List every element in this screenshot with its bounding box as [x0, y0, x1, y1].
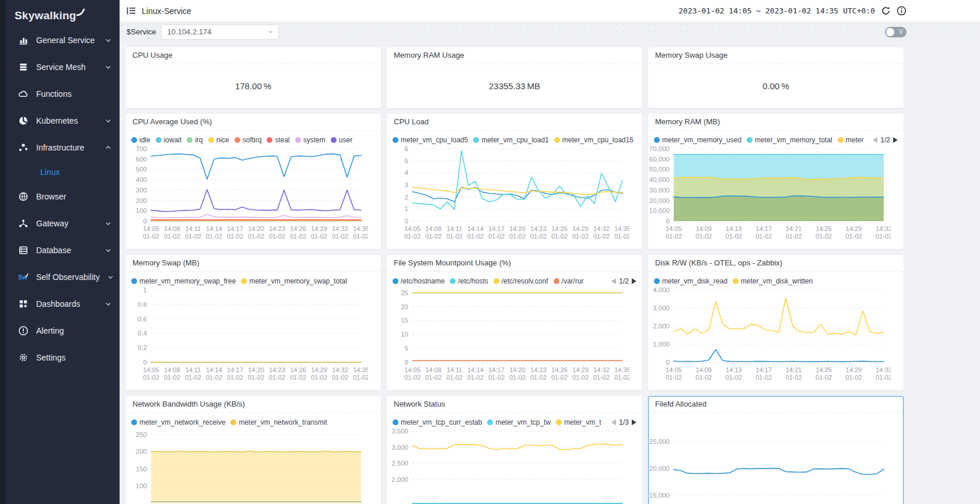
- legend-item-/etc/hostname[interactable]: /etc/hostname: [393, 277, 444, 285]
- svg-text:01-02: 01-02: [206, 374, 222, 381]
- svg-text:500: 500: [136, 166, 147, 173]
- pager-next-icon[interactable]: [893, 137, 898, 143]
- chart-filefd-allocated[interactable]: 15,00020,00025,00014:0501-0214:0901-0214…: [648, 413, 891, 504]
- chart-network-status[interactable]: 2,0002,5003,0003,50014:0501-0214:0801-02…: [387, 426, 629, 504]
- svg-text:0.6: 0.6: [138, 316, 147, 323]
- view-toggle[interactable]: V: [885, 27, 907, 37]
- legend-pager: 1/2: [873, 136, 898, 144]
- sidebar-item-service-mesh[interactable]: Service Mesh: [5, 54, 120, 80]
- svg-text:14:13: 14:13: [726, 225, 742, 232]
- svg-text:01-02: 01-02: [353, 374, 368, 381]
- legend-item-iowait[interactable]: iowait: [156, 136, 182, 144]
- sidebar-item-label: Browser: [36, 192, 66, 201]
- sidebar-item-label: Kubernetes: [36, 116, 78, 125]
- legend-item-nice[interactable]: nice: [208, 136, 229, 144]
- chevron-down-icon: [107, 274, 114, 280]
- legend-item-system[interactable]: system: [295, 136, 326, 144]
- svg-text:300: 300: [136, 187, 147, 194]
- chart-cpu-average-used[interactable]: 010020030040050060070014:0501-0214:0801-…: [125, 144, 368, 242]
- svg-text:14:14: 14:14: [206, 366, 222, 373]
- sidebar-item-general-service[interactable]: General Service: [5, 27, 120, 54]
- pager-prev-icon[interactable]: [611, 278, 616, 284]
- refresh-icon[interactable]: [881, 6, 891, 16]
- svg-text:250: 250: [136, 431, 147, 438]
- legend-item-meter_vm_cpu_load15[interactable]: meter_vm_cpu_load15: [554, 136, 634, 144]
- dashboard-body: CPU Usage178.00%Memory RAM Usage23355.33…: [120, 41, 980, 504]
- svg-text:14:20: 14:20: [509, 366, 526, 373]
- legend-item-meter_vm_network_receive[interactable]: meter_vm_network_receive: [131, 418, 225, 426]
- card-title: Filefd Allocated: [648, 396, 904, 413]
- legend-item-meter_vm_memory_swap_free[interactable]: meter_vm_memory_swap_free: [131, 277, 236, 285]
- service-label: $Service: [127, 27, 156, 36]
- info-icon[interactable]: [897, 6, 907, 16]
- legend-item-meter_vm_disk_written[interactable]: meter_vm_disk_written: [733, 277, 813, 285]
- pager-next-icon[interactable]: [632, 419, 636, 425]
- sidebar-item-browser[interactable]: Browser: [5, 183, 120, 210]
- legend-item-meter_vm_disk_read[interactable]: meter_vm_disk_read: [654, 277, 727, 285]
- legend-item-softirq[interactable]: softirq: [235, 136, 262, 144]
- card-title: CPU Usage: [125, 47, 381, 64]
- svg-text:2,500: 2,500: [391, 460, 408, 467]
- legend-dot: [131, 419, 137, 425]
- legend-item-irq[interactable]: irq: [187, 136, 202, 144]
- gateway-icon: [18, 218, 29, 229]
- legend-item-idle[interactable]: idle: [131, 136, 150, 144]
- svg-text:0.2: 0.2: [138, 344, 147, 351]
- legend-item-meter_vm_memory_used[interactable]: meter_vm_memory_used: [654, 136, 741, 144]
- legend-dot: [554, 278, 559, 284]
- chart-disk-rw[interactable]: 01,0002,0003,0004,00014:0501-0214:0901-0…: [648, 285, 891, 383]
- chart-filesystem-mountpoint-usage[interactable]: 051015202514:0501-0214:0801-0214:1101-02…: [387, 285, 629, 383]
- sidebar-item-kubernetes[interactable]: Kubernetes: [5, 107, 120, 134]
- service-select[interactable]: 10.104.2.174: [161, 24, 279, 40]
- sidebar-item-infrastructure[interactable]: Infrastructure: [5, 134, 120, 161]
- sidebar-item-self-observability[interactable]: SwSelf Observability: [5, 264, 120, 290]
- chart-memory-swap[interactable]: 00.20.40.60.8114:0501-0214:0801-0214:110…: [125, 285, 368, 383]
- stat-cards-row: CPU Usage178.00%Memory RAM Usage23355.33…: [125, 47, 980, 108]
- pager-next-icon[interactable]: [632, 278, 636, 284]
- legend-label: /etc/hostname: [401, 277, 444, 285]
- chart-cpu-load[interactable]: 012345614:0501-0214:0801-0214:1101-0214:…: [387, 144, 629, 242]
- legend-item-/var/rur[interactable]: /var/rur: [554, 277, 584, 285]
- svg-text:01-02: 01-02: [290, 374, 306, 381]
- time-range[interactable]: 2023-01-02 14:05 ~ 2023-01-02 14:35: [678, 6, 838, 15]
- stat-number: 178.00: [235, 81, 262, 91]
- legend-item-steal[interactable]: steal: [267, 136, 289, 144]
- sidebar-subitem-linux[interactable]: Linux: [5, 161, 120, 183]
- sidebar-item-dashboards[interactable]: Dashboards: [5, 290, 120, 317]
- svg-text:0: 0: [405, 359, 408, 366]
- legend-item-meter_vm_t[interactable]: meter_vm_t: [556, 418, 601, 426]
- sidebar-item-gateway[interactable]: Gateway: [5, 210, 120, 237]
- svg-text:14:14: 14:14: [206, 225, 222, 232]
- legend-item-meter_vm_network_transmit[interactable]: meter_vm_network_transmit: [230, 418, 327, 426]
- sidebar-item-settings[interactable]: Settings: [5, 344, 120, 371]
- menu-icon[interactable]: [127, 6, 136, 15]
- pager-prev-icon[interactable]: [873, 137, 877, 143]
- sidebar-item-label: Database: [36, 246, 71, 255]
- svg-text:01-02: 01-02: [666, 374, 682, 381]
- svg-text:30,000: 30,000: [649, 187, 670, 194]
- legend-item-meter[interactable]: meter: [838, 136, 864, 144]
- svg-text:01-02: 01-02: [248, 233, 264, 240]
- legend-item-meter_vm_cpu_load5[interactable]: meter_vm_cpu_load5: [393, 136, 468, 144]
- sidebar-item-functions[interactable]: Functions: [5, 80, 120, 107]
- svg-text:3,000: 3,000: [653, 304, 670, 312]
- card-title: Disk R/W (KB/s - OTEL, ops - Zabbix): [648, 255, 904, 272]
- legend-dot: [494, 278, 499, 284]
- legend-item-meter_vm_tcp_tw[interactable]: meter_vm_tcp_tw: [487, 418, 551, 426]
- legend-label: meter_vm_disk_written: [741, 277, 813, 285]
- legend-dot: [267, 137, 272, 143]
- chart-network-bandwidth-usage[interactable]: 10015020025014:0501-0214:0801-0214:1101-…: [125, 426, 368, 504]
- legend-item-/etc/hosts[interactable]: /etc/hosts: [450, 277, 488, 285]
- legend-item-user[interactable]: user: [331, 136, 352, 144]
- chart-memory-ram[interactable]: 010,00020,00030,00040,00050,00060,00070,…: [648, 144, 891, 242]
- alert-icon: [18, 326, 29, 336]
- svg-text:14:17: 14:17: [488, 225, 505, 232]
- legend-item-meter_vm_memory_total[interactable]: meter_vm_memory_total: [747, 136, 832, 144]
- legend-item-meter_vm_cpu_load1[interactable]: meter_vm_cpu_load1: [473, 136, 548, 144]
- sidebar-item-alerting[interactable]: Alerting: [5, 317, 120, 344]
- pager-prev-icon[interactable]: [611, 419, 616, 425]
- legend-item-/etc/resolv.conf[interactable]: /etc/resolv.conf: [494, 277, 548, 285]
- sidebar-item-database[interactable]: Database: [5, 237, 120, 264]
- legend-item-meter_vm_tcp_curr_estab[interactable]: meter_vm_tcp_curr_estab: [393, 418, 482, 426]
- legend-item-meter_vm_memory_swap_total[interactable]: meter_vm_memory_swap_total: [241, 277, 346, 285]
